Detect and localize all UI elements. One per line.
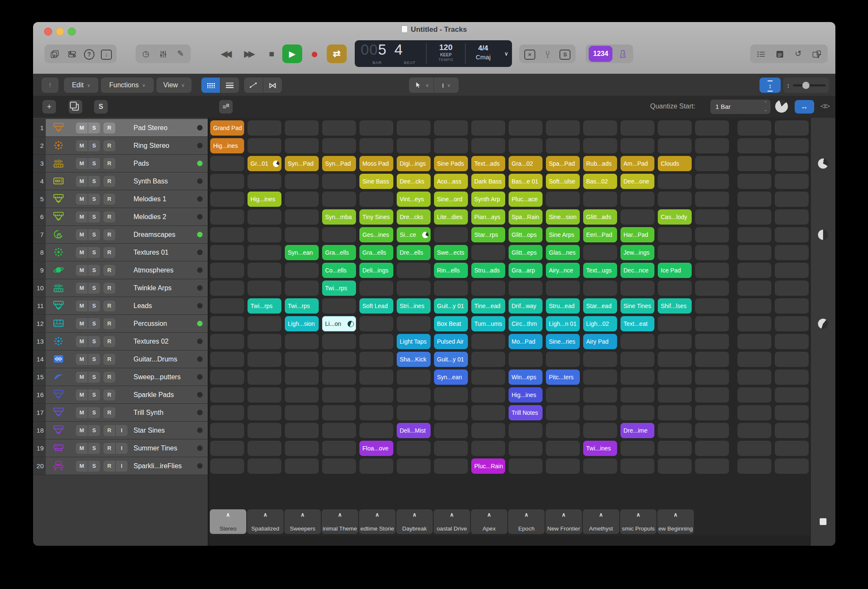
grid-cell[interactable] [509,138,542,153]
grid-cell[interactable] [322,387,356,403]
grid-cell[interactable] [695,245,729,260]
row-playback-indicator[interactable] [818,319,828,329]
clip-ligh-02[interactable]: Ligh...02 [583,316,617,331]
grid-cell[interactable] [471,352,505,367]
record-enable-button[interactable]: R [103,354,115,365]
grid-cell[interactable] [248,387,281,403]
mute-button[interactable]: M [76,354,88,365]
grid-cell[interactable] [434,281,468,296]
clip-dre-cks[interactable]: Dre...cks [397,209,431,225]
grid-cell[interactable] [471,334,505,349]
clip-bas-e-01[interactable]: Bas...e 01 [509,174,542,189]
clip-hig-ines[interactable]: Hig...ines [509,387,542,403]
clip-rin-ells[interactable]: Rin...ells [434,263,468,278]
grid-cell[interactable] [658,458,692,474]
clip-dre-ime[interactable]: Dre...ime [620,423,654,438]
grid-cell[interactable] [658,405,692,420]
track-header-textures-02[interactable]: 13MSRTextures 02 [33,333,209,350]
grid-cell[interactable] [658,245,692,260]
zoom-slider-track[interactable] [793,84,826,86]
rewind-button[interactable]: ◀◀ [214,44,236,63]
record-enable-button[interactable]: R [103,140,115,151]
clip-pitc-ters[interactable]: Pitc...ters [546,370,580,385]
grid-cell[interactable] [210,281,244,296]
cycle-button[interactable]: ⇄ [327,44,347,63]
grid-cell[interactable] [658,138,692,153]
grid-cell[interactable] [397,405,431,420]
mute-button[interactable]: M [76,265,88,276]
grid-cell[interactable] [322,192,356,207]
grid-cell[interactable] [620,352,654,367]
grid-cell[interactable] [775,263,809,278]
grid-cell[interactable] [658,352,692,367]
grid-cell[interactable] [583,352,617,367]
play-button[interactable]: ▶ [282,44,302,63]
grid-cell[interactable] [695,334,729,349]
row-playback-indicator[interactable] [818,230,828,240]
grid-cell[interactable] [546,352,580,367]
grid-cell[interactable] [695,423,729,438]
clip-twi-rps[interactable]: Twi...rps [322,281,356,296]
grid-cell[interactable] [210,209,244,225]
grid-cell[interactable] [210,458,244,474]
solo-button[interactable]: S [88,372,100,383]
grid-cell[interactable] [695,174,729,189]
record-enable-button[interactable]: R [103,389,115,400]
lcd-chevron-down-icon[interactable]: ∨ [501,40,512,67]
grid-cell[interactable] [775,316,809,331]
grid-cell[interactable] [775,441,809,456]
grid-cell[interactable] [434,138,468,153]
scene-trigger-apex[interactable]: ∧Apex [471,509,507,534]
editor-icon[interactable] [773,44,787,63]
grid-cell[interactable] [471,405,505,420]
clip-tiny-sines[interactable]: Tiny Sines [359,209,393,225]
clip-stri-ines[interactable]: Stri...ines [397,298,431,314]
record-enable-button[interactable]: R [103,318,115,329]
track-header-atmospheres[interactable]: 9MSRAtmospheres [33,261,209,279]
grid-cell[interactable] [775,370,809,385]
tuning-fork-icon[interactable] [540,44,555,63]
grid-cell[interactable] [737,423,771,438]
clip-eeri-pad[interactable]: Eeri...Pad [583,227,617,242]
solo-mode-icon[interactable]: S [558,44,572,63]
pointer-tool-menu[interactable]: ∨ [409,78,434,93]
grid-cell[interactable] [359,458,393,474]
clip-gr-01[interactable]: Gr...01 [248,156,281,171]
grid-cell[interactable] [285,138,319,153]
grid-cell[interactable] [658,423,692,438]
grid-cell[interactable] [737,352,771,367]
grid-cell[interactable] [434,405,468,420]
cell-nav-icon[interactable]: ◁▷ [821,103,831,109]
grid-cell[interactable] [583,370,617,385]
back-up-button[interactable]: ↑ [42,78,58,93]
clip-stru-ead[interactable]: Stru...ead [546,298,580,314]
record-enable-button[interactable]: R [103,194,115,205]
scene-trigger-inimal-theme[interactable]: ∧inimal Theme [322,509,358,534]
mute-button[interactable]: M [76,158,88,169]
mute-button[interactable]: M [76,318,88,329]
inspector-icon[interactable]: ↓ [99,44,114,63]
clip-text-eat[interactable]: Text...eat [620,316,654,331]
grid-cell[interactable] [737,209,771,225]
grid-cell[interactable] [620,281,654,296]
forward-button[interactable]: ▶▶ [237,44,259,63]
track-header-pad-stereo[interactable]: 1MSRPad Stereo [33,119,209,136]
grid-cell[interactable] [285,281,319,296]
grid-cell[interactable] [471,245,505,260]
track-header-sparkli-ireflies[interactable]: 20MSRISparkli...ireFlies [33,457,209,475]
clip-twi-rps[interactable]: Twi...rps [248,298,281,314]
grid-cell[interactable] [285,263,319,278]
grid-cell[interactable] [322,298,356,314]
clip-co-ells[interactable]: Co...ells [322,263,356,278]
grid-cell[interactable] [471,120,505,136]
grid-cell[interactable] [620,192,654,207]
solo-button[interactable]: S [88,283,100,294]
grid-cell[interactable] [775,405,809,420]
lcd-signature-section[interactable]: 4/4 Cmaj [466,40,501,67]
grid-cell[interactable] [210,192,244,207]
record-enable-button[interactable]: R [103,336,115,347]
grid-cell[interactable] [695,316,729,331]
grid-cell[interactable] [620,370,654,385]
grid-cell[interactable] [583,387,617,403]
grid-cell[interactable] [775,387,809,403]
